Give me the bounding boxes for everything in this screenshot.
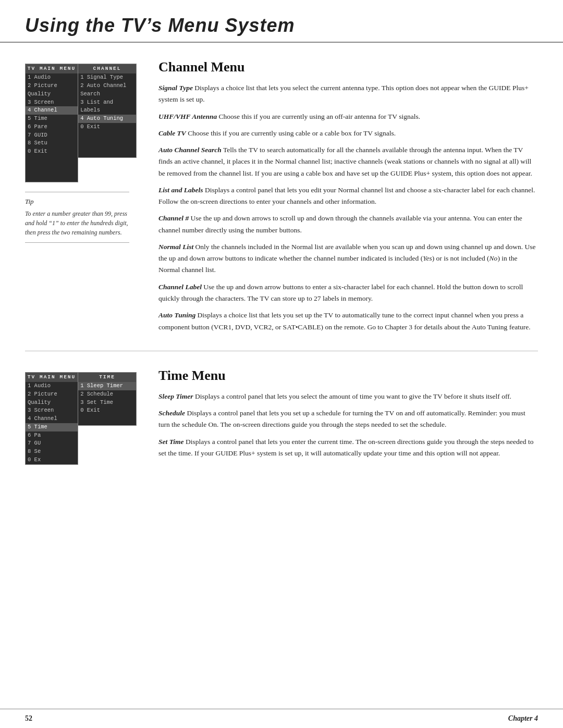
time-menu-item-2: 2 Picture Quality <box>26 390 78 407</box>
page-title: Using the TV’s Menu System <box>25 15 538 36</box>
tip-label: Tip <box>25 198 129 206</box>
channel-para-list-labels: List and Labels Displays a control panel… <box>158 184 538 208</box>
time-menu-item-7: 7 GU <box>26 439 78 448</box>
channel-main-menu: TV MAIN MENU 1 Audio 2 Picture Quality 3… <box>25 64 78 182</box>
channel-sub-menu-title: CHANNEL <box>78 64 136 73</box>
time-sub-item-3: 3 Set Time <box>78 399 136 407</box>
time-main-menu-title: TV MAIN MENU <box>26 373 78 382</box>
time-menu-screenshot: TV MAIN MENU 1 Audio 2 Picture Quality 3… <box>25 372 137 465</box>
channel-menu-item-6: 6 Pare <box>26 123 78 131</box>
channel-term-channel-label: Channel Label <box>158 283 202 291</box>
channel-text-channel-num: Use the up and down arrows to scroll up … <box>158 214 522 233</box>
channel-para-signal-type: Signal Type Displays a choice list that … <box>158 82 538 106</box>
tip-section: Tip To enter a number greater than 99, p… <box>25 192 129 243</box>
time-sub-item-0: 0 Exit <box>78 406 136 415</box>
time-term-set-time: Set Time <box>158 438 184 446</box>
channel-text-auto-tuning: Displays a choice list that lets you set… <box>158 311 531 330</box>
time-term-sleep: Sleep Timer <box>158 392 193 400</box>
time-para-sleep: Sleep Timer Displays a control panel tha… <box>158 391 538 402</box>
channel-sub-item-4: 4 Auto Tuning <box>78 115 136 123</box>
channel-left-col: TV MAIN MENU 1 Audio 2 Picture Quality 3… <box>0 43 146 351</box>
channel-sub-item-2: 2 Auto Channel Search <box>78 82 136 98</box>
channel-text-or: ) or is not included ( <box>432 254 489 262</box>
page-footer: 52 Chapter 4 <box>0 709 563 728</box>
time-menu-item-5: 5 Time <box>26 423 78 431</box>
channel-text-channel-label: Use the up and down arrow buttons to ent… <box>158 283 523 302</box>
channel-term-uhf: UHF/VHF Antenna <box>158 113 217 120</box>
channel-menu-item-2: 2 Picture Quality <box>26 82 78 98</box>
time-menu-item-1: 1 Audio <box>26 382 78 390</box>
time-text-sleep: Displays a control panel that lets you s… <box>195 392 511 400</box>
channel-text-list-labels: Displays a control panel that lets you e… <box>158 186 535 205</box>
channel-para-auto-tuning: Auto Tuning Displays a choice list that … <box>158 310 538 333</box>
channel-para-normal-list: Normal List Only the channels included i… <box>158 241 538 276</box>
page-header: Using the TV’s Menu System <box>0 0 563 43</box>
channel-term-channel-num: Channel # <box>158 214 189 222</box>
channel-text-uhf: Choose this if you are currently using a… <box>219 113 421 120</box>
channel-text-signal-type: Displays a choice list that lets you sel… <box>158 84 529 103</box>
time-menu-item-8: 8 Se <box>26 448 78 456</box>
channel-para-uhf: UHF/VHF Antenna Choose this if you are c… <box>158 111 538 122</box>
channel-term-auto-search: Auto Channel Search <box>158 146 222 154</box>
time-right-col: Time Menu Sleep Timer Displays a control… <box>146 351 563 477</box>
tip-text: To enter a number greater than 99, press… <box>25 209 129 237</box>
channel-para-channel-label: Channel Label Use the up and down arrow … <box>158 281 538 305</box>
channel-text-cable: Choose this if you are currently using c… <box>188 129 396 137</box>
channel-sub-item-3: 3 List and Labels <box>78 98 136 115</box>
channel-sub-item-1: 1 Signal Type <box>78 73 136 82</box>
time-sub-menu-title: TIME <box>78 373 136 382</box>
time-para-set-time: Set Time Displays a control panel that l… <box>158 436 538 460</box>
page-number: 52 <box>25 714 32 723</box>
time-left-col: TV MAIN MENU 1 Audio 2 Picture Quality 3… <box>0 351 146 477</box>
time-heading: Time Menu <box>158 368 538 384</box>
time-main-menu: TV MAIN MENU 1 Audio 2 Picture Quality 3… <box>25 372 78 465</box>
channel-menu-item-8: 8 Setu <box>26 139 78 147</box>
channel-text-yes: Yes <box>423 254 432 262</box>
channel-para-cable: Cable TV Choose this if you are currentl… <box>158 128 538 139</box>
channel-sub-item-0: 0 Exit <box>78 123 136 131</box>
time-menu-item-6: 6 Pa <box>26 431 78 440</box>
chapter-label: Chapter 4 <box>508 714 538 723</box>
channel-menu-item-4: 4 Channel <box>26 106 78 115</box>
channel-menu-item-0: 0 Exit <box>26 147 78 156</box>
channel-para-auto-search: Auto Channel Search Tells the TV to sear… <box>158 144 538 179</box>
channel-text-no: No <box>489 254 498 262</box>
time-sub-item-1: 1 Sleep Timer <box>78 382 136 390</box>
time-menu-item-3: 3 Screen <box>26 406 78 415</box>
channel-menu-item-5: 5 Time <box>26 115 78 123</box>
time-section: TV MAIN MENU 1 Audio 2 Picture Quality 3… <box>0 351 563 477</box>
channel-heading: Channel Menu <box>158 59 538 75</box>
channel-menu-screenshot: TV MAIN MENU 1 Audio 2 Picture Quality 3… <box>25 64 137 182</box>
channel-menu-item-7: 7 GUID <box>26 131 78 140</box>
time-para-schedule: Schedule Displays a control panel that l… <box>158 408 538 431</box>
channel-section: TV MAIN MENU 1 Audio 2 Picture Quality 3… <box>0 43 563 351</box>
time-menu-item-0: 0 Ex <box>26 456 78 464</box>
channel-term-signal-type: Signal Type <box>158 84 193 92</box>
channel-menu-item-1: 1 Audio <box>26 73 78 82</box>
channel-term-normal-list: Normal List <box>158 243 193 251</box>
time-text-schedule: Displays a control panel that lets you s… <box>158 409 525 428</box>
channel-main-menu-title: TV MAIN MENU <box>26 64 78 73</box>
time-menu-item-4: 4 Channel <box>26 415 78 423</box>
channel-right-col: Channel Menu Signal Type Displays a choi… <box>146 43 563 351</box>
time-text-set-time: Displays a control panel that lets you e… <box>158 438 533 457</box>
channel-para-channel-num: Channel # Use the up and down arrows to … <box>158 213 538 236</box>
time-sub-item-2: 2 Schedule <box>78 390 136 399</box>
channel-menu-item-3: 3 Screen <box>26 98 78 107</box>
time-term-schedule: Schedule <box>158 409 185 417</box>
channel-term-list-labels: List and Labels <box>158 186 203 194</box>
channel-term-cable: Cable TV <box>158 129 186 137</box>
channel-sub-menu: CHANNEL 1 Signal Type 2 Auto Channel Sea… <box>78 64 137 158</box>
channel-term-auto-tuning: Auto Tuning <box>158 311 195 319</box>
time-sub-menu: TIME 1 Sleep Timer 2 Schedule 3 Set Time… <box>78 372 137 426</box>
